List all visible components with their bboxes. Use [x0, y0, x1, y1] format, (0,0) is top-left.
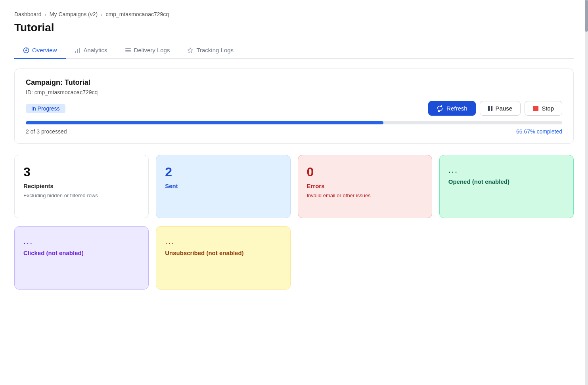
campaign-title: Campaign: Tutorial — [26, 78, 562, 87]
page-container: Dashboard › My Campaigns (v2) › cmp_mtas… — [0, 0, 588, 385]
stat-label-clicked: Clicked (not enabled) — [23, 250, 140, 256]
stat-dots-opened: ... — [448, 165, 565, 175]
breadcrumb-campaigns[interactable]: My Campaigns (v2) — [50, 11, 98, 17]
stop-icon — [533, 106, 538, 111]
stat-card-errors[interactable]: 0 Errors Invalid email or other issues — [298, 155, 432, 218]
stop-label: Stop — [542, 105, 554, 112]
tab-overview[interactable]: Overview — [14, 43, 66, 59]
svg-rect-7 — [125, 50, 131, 51]
progress-text: 2 of 3 processed 66.67% completed — [26, 128, 562, 135]
page-title: Tutorial — [14, 21, 574, 34]
overview-icon — [23, 47, 29, 53]
stat-number-sent: 2 — [165, 165, 281, 179]
pause-button[interactable]: Pause — [480, 101, 521, 116]
action-buttons: Refresh Pause Stop — [428, 101, 562, 116]
stat-desc-recipients: Excluding hidden or filtered rows — [23, 192, 140, 200]
pause-label: Pause — [496, 105, 513, 112]
stat-card-unsubscribed[interactable]: ... Unsubscribed (not enabled) — [156, 226, 290, 290]
tab-overview-label: Overview — [32, 47, 57, 53]
stat-number-recipients: 3 — [23, 165, 140, 179]
scrollbar-thumb[interactable] — [585, 0, 588, 32]
tab-tracking-logs[interactable]: Tracking Logs — [178, 43, 242, 59]
stat-label-recipients: Recipients — [23, 183, 140, 189]
breadcrumb-sep-2: › — [101, 11, 102, 17]
tab-analytics[interactable]: Analytics — [66, 43, 116, 59]
scrollbar[interactable] — [585, 0, 588, 385]
stat-card-recipients[interactable]: 3 Recipients Excluding hidden or filtere… — [14, 155, 149, 218]
refresh-button[interactable]: Refresh — [428, 101, 476, 116]
breadcrumb-dashboard[interactable]: Dashboard — [14, 11, 42, 17]
svg-rect-5 — [79, 48, 80, 53]
stat-card-opened[interactable]: ... Opened (not enabled) — [439, 155, 574, 218]
progress-bar-container — [26, 121, 562, 124]
tabs-container: Overview Analytics — [14, 43, 574, 59]
breadcrumb: Dashboard › My Campaigns (v2) › cmp_mtas… — [14, 11, 574, 17]
stats-grid: 3 Recipients Excluding hidden or filtere… — [14, 155, 574, 218]
stat-card-sent[interactable]: 2 Sent — [156, 155, 290, 218]
stats-grid-2: ... Clicked (not enabled) ... Unsubscrib… — [14, 226, 574, 290]
stat-label-unsubscribed: Unsubscribed (not enabled) — [165, 250, 281, 256]
breadcrumb-campaign-id[interactable]: cmp_mtasmocaoac729cq — [106, 11, 169, 17]
delivery-icon — [125, 47, 131, 53]
stat-label-sent: Sent — [165, 183, 281, 189]
tab-tracking-logs-label: Tracking Logs — [196, 47, 234, 53]
svg-rect-6 — [125, 48, 131, 49]
stop-button[interactable]: Stop — [525, 101, 562, 116]
tracking-icon — [187, 47, 193, 53]
stat-card-clicked[interactable]: ... Clicked (not enabled) — [14, 226, 149, 290]
status-badge: In Progress — [26, 104, 65, 113]
progress-pct: 66.67% completed — [516, 128, 562, 135]
pause-icon — [488, 106, 492, 111]
refresh-label: Refresh — [446, 105, 467, 112]
stat-number-errors: 0 — [307, 165, 423, 179]
campaign-status-row: In Progress Refresh Paus — [26, 101, 562, 116]
svg-rect-3 — [75, 51, 76, 53]
svg-rect-4 — [77, 49, 78, 53]
stat-label-errors: Errors — [307, 183, 423, 189]
tab-delivery-logs-label: Delivery Logs — [134, 47, 170, 53]
svg-rect-9 — [126, 48, 127, 49]
stat-label-opened: Opened (not enabled) — [448, 178, 565, 185]
tab-analytics-label: Analytics — [84, 47, 107, 53]
campaign-card: Campaign: Tutorial ID: cmp_mtasmocaoac72… — [14, 69, 574, 144]
svg-rect-11 — [126, 51, 127, 52]
svg-point-1 — [25, 50, 27, 51]
tab-delivery-logs[interactable]: Delivery Logs — [116, 43, 179, 59]
progress-bar-fill — [26, 121, 383, 124]
analytics-icon — [75, 47, 81, 53]
svg-rect-10 — [126, 50, 127, 51]
breadcrumb-sep-1: › — [45, 11, 46, 17]
campaign-id: ID: cmp_mtasmocaoac729cq — [26, 89, 562, 95]
stat-desc-errors: Invalid email or other issues — [307, 192, 423, 200]
svg-rect-8 — [125, 51, 131, 52]
stat-dots-clicked: ... — [23, 236, 140, 246]
refresh-icon — [437, 105, 443, 112]
stat-dots-unsubscribed: ... — [165, 236, 281, 246]
progress-processed: 2 of 3 processed — [26, 128, 67, 135]
